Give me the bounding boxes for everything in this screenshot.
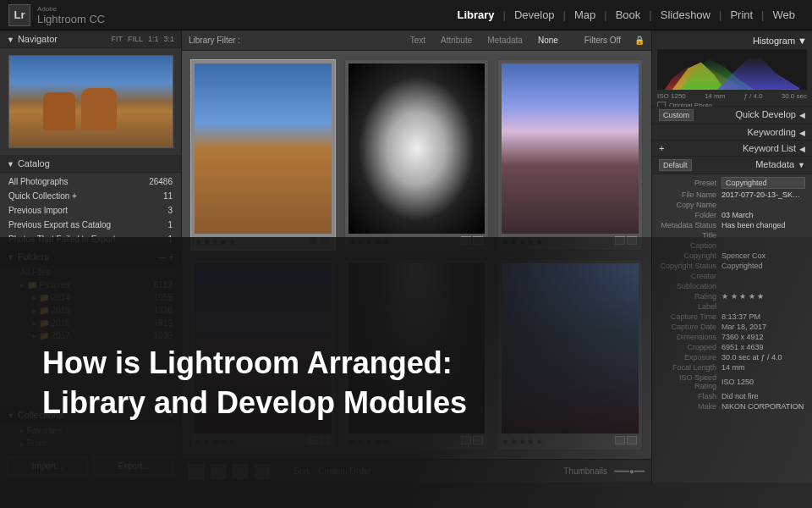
module-map[interactable]: Map [566,5,604,25]
module-book[interactable]: Book [607,5,650,25]
badge-icon[interactable] [320,236,330,245]
collection-item[interactable]: ▸ From [0,437,181,450]
thumbnails-label: Thumbnails [563,467,607,476]
metadata-row[interactable]: Rating★ ★ ★ ★ ★ [656,291,809,301]
metadata-row[interactable]: Exposure30.0 sec at ƒ / 4.0 [656,352,809,362]
grid-cell[interactable]: ★★★★★ [497,59,643,251]
quick-develop-header[interactable]: Custom Quick Develop◀ [652,107,812,124]
thumbnail [195,263,332,433]
folder-item[interactable]: ▸ 📁 20151326 [0,304,181,317]
grid-cell[interactable]: ★★★★★ [344,59,490,251]
sort-label: Sort: [294,467,311,476]
badge-icon[interactable] [627,436,637,444]
catalog-item[interactable]: Previous Import3 [0,203,181,218]
folder-item[interactable]: ▸ 📁 20161919 [0,317,181,329]
catalog-item[interactable]: Quick Collection +11 [0,189,181,203]
folder-item[interactable]: ▸ 📁 20171039 [0,329,181,342]
metadata-row[interactable]: MakeNIKON CORPORATION [656,401,809,411]
filter-none[interactable]: None [534,34,562,47]
metadata-row[interactable]: Capture DateMar 18, 2017 [656,322,809,332]
badge-icon[interactable] [627,236,637,245]
metadata-row[interactable]: Title [656,230,809,240]
lock-icon[interactable]: 🔒 [634,36,645,45]
metadata-row[interactable]: Focal Length14 mm [656,362,809,373]
keywording-header[interactable]: Keywording◀ [652,124,812,141]
product-name: Lightroom CC [37,13,105,25]
thumbnail [502,263,639,433]
grid-cell[interactable]: ★★★★★ [344,259,490,450]
metadata-row[interactable]: Capture Time8:13:37 PM [656,312,809,322]
navigator-zoom-opts[interactable]: FITFILL1:13:1 [111,35,174,43]
module-web[interactable]: Web [765,5,804,25]
navigator-preview[interactable] [0,48,181,155]
catalog-item[interactable]: Previous Export as Catalog1 [0,218,181,232]
metadata-row[interactable]: ISO Speed RatingISO 1250 [656,373,809,391]
thumbnail [348,64,486,234]
catalog-item[interactable]: Photos That Failed to Export1 [0,232,181,246]
filter-attribute[interactable]: Attribute [436,34,476,47]
grid-view-icon[interactable] [189,464,204,479]
filter-label: Library Filter : [189,36,240,45]
folder-item[interactable]: ▸ 📁 Pictures6112 [0,279,181,291]
metadata-row[interactable]: File Name2017-077-20-13-_SKY7485.NEF [656,190,809,200]
compare-view-icon[interactable] [233,464,248,479]
module-slideshow[interactable]: Slideshow [652,5,719,25]
library-filter-bar: Library Filter : TextAttributeMetadataNo… [182,30,651,51]
metadata-row[interactable]: Metadata StatusHas been changed [656,220,809,230]
import-button[interactable]: Import... [7,456,88,476]
folders-header[interactable]: ▼Folders— + [0,248,181,266]
left-panel: ▼Navigator FITFILL1:13:1 ▼Catalog All Ph… [0,30,182,483]
filter-text[interactable]: Text [406,34,430,47]
metadata-row[interactable]: FlashDid not fire [656,391,809,401]
badge-icon[interactable] [473,236,483,245]
grid-cell[interactable]: ★★★★★ [190,59,336,251]
metadata-row[interactable]: Cropped6951 x 4639 [656,342,809,352]
survey-view-icon[interactable] [255,464,270,479]
catalog-item[interactable]: All Photographs26486 [0,174,181,189]
grid-cell[interactable]: ★★★★★ [497,259,643,450]
badge-icon[interactable] [308,236,318,245]
metadata-row[interactable]: Copy Name [656,200,809,210]
metadata-row[interactable]: Folder03 March [656,210,809,220]
loupe-view-icon[interactable] [211,464,226,479]
badge-icon[interactable] [615,236,625,245]
collection-item[interactable]: ▸ Favorites [0,424,181,437]
filters-off[interactable]: Filters Off [584,36,621,45]
metadata-row[interactable]: Sublocation [656,281,809,291]
badge-icon[interactable] [615,436,625,444]
metadata-row[interactable]: Label [656,301,809,312]
metadata-row[interactable]: CopyrightSpencer Cox [656,251,809,261]
export-button[interactable]: Export... [93,456,174,476]
metadata-row[interactable]: Caption [656,240,809,251]
metadata-row[interactable]: Copyright StatusCopyrighted [656,261,809,271]
filter-metadata[interactable]: Metadata [483,34,527,47]
collections-header[interactable]: ▼Collections+ [0,406,181,424]
histogram-chart [657,49,807,90]
metadata-row[interactable]: Dimensions7360 x 4912 [656,332,809,342]
folder-item[interactable]: ▸ 📁 20141055 [0,291,181,304]
sort-value[interactable]: Custom Order [318,467,371,476]
badge-icon[interactable] [320,436,330,444]
keyword-list-header[interactable]: + Keyword List◀ [652,141,812,157]
thumbnail [195,64,332,234]
folder-all[interactable]: All Files [0,266,181,279]
histogram-title[interactable]: Histogram ▼ [657,36,807,49]
module-library[interactable]: Library [448,5,502,25]
catalog-header[interactable]: ▼Catalog [0,155,181,173]
metadata-body: Preset Copyrighted File Name2017-077-20-… [652,174,812,483]
navigator-header[interactable]: ▼Navigator FITFILL1:13:1 [0,30,181,48]
metadata-row[interactable]: Creator [656,271,809,281]
badge-icon[interactable] [461,436,471,444]
navigator-image [8,55,173,148]
badge-icon[interactable] [473,436,483,444]
badge-icon[interactable] [308,436,318,444]
module-print[interactable]: Print [721,5,761,25]
left-buttons: Import... Export... [0,450,181,483]
grid-cell[interactable]: ★★★★★ [190,259,336,450]
folders-list: All Files ▸ 📁 Pictures6112▸ 📁 20141055▸ … [0,266,181,406]
badge-icon[interactable] [461,236,471,245]
module-develop[interactable]: Develop [506,5,563,25]
metadata-header[interactable]: Default Metadata▼ [652,157,812,174]
main-area: ▼Navigator FITFILL1:13:1 ▼Catalog All Ph… [0,30,812,483]
metadata-preset-row[interactable]: Preset Copyrighted [656,176,809,190]
